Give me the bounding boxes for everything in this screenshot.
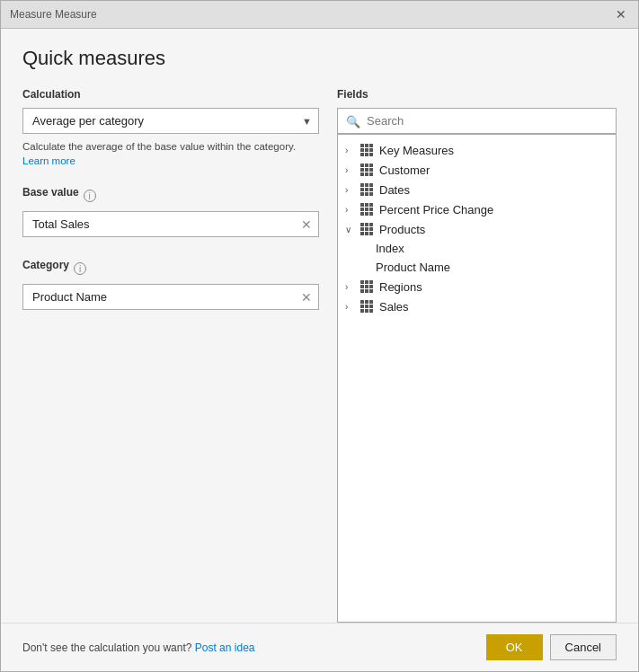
calculation-dropdown-wrapper: Average per category ▼ xyxy=(22,108,319,134)
tree-item-label: Percent Price Change xyxy=(379,203,493,217)
tree-item-percent-price-change[interactable]: › Percent Price Change xyxy=(338,199,616,219)
tree-sub-item-product-name[interactable]: Product Name xyxy=(338,258,616,277)
search-icon: 🔍 xyxy=(346,114,360,128)
table-icon xyxy=(359,202,374,217)
chevron-icon: › xyxy=(345,205,356,215)
search-box: 🔍 xyxy=(337,108,617,134)
category-info-icon[interactable]: i xyxy=(74,262,86,275)
calculation-dropdown[interactable]: Average per category xyxy=(22,108,319,134)
main-content: Calculation Average per category ▼ Calcu… xyxy=(22,88,617,623)
category-section: Category i ✕ xyxy=(22,259,319,310)
chevron-icon: › xyxy=(345,282,356,292)
base-value-label-row: Base value i xyxy=(22,186,319,206)
dialog-footer: Don't see the calculation you want? Post… xyxy=(1,623,638,671)
category-clear-button[interactable]: ✕ xyxy=(301,291,312,304)
search-input[interactable] xyxy=(337,108,617,134)
post-idea-link[interactable]: Post an idea xyxy=(195,641,255,654)
tree-item-customer[interactable]: › Customer xyxy=(338,160,616,180)
right-panel: Fields 🔍 › Key Measures xyxy=(337,88,617,623)
tree-item-regions[interactable]: › Regions xyxy=(338,277,616,296)
tree-item-label: Sales xyxy=(379,300,409,314)
footer-buttons: OK Cancel xyxy=(486,634,617,660)
base-value-section: Base value i ✕ xyxy=(22,186,319,237)
category-label-row: Category i xyxy=(22,259,319,279)
title-bar-text: Measure Measure xyxy=(10,8,97,21)
dialog-title: Quick measures xyxy=(22,47,617,70)
close-button[interactable]: ✕ xyxy=(613,6,629,22)
category-input[interactable] xyxy=(22,284,319,310)
base-value-input[interactable] xyxy=(22,211,319,237)
ok-button[interactable]: OK xyxy=(486,634,543,660)
tree-item-label: Customer xyxy=(379,164,430,177)
category-label: Category xyxy=(22,259,69,271)
table-icon xyxy=(359,182,374,197)
tree-item-key-measures[interactable]: › Key Measures xyxy=(338,140,616,160)
calculation-description: Calculate the average of the base value … xyxy=(22,139,319,168)
footer-question: Don't see the calculation you want? Post… xyxy=(22,641,254,654)
tree-item-dates[interactable]: › Dates xyxy=(338,180,616,199)
calculation-label: Calculation xyxy=(22,88,319,101)
tree-item-label: Products xyxy=(379,223,425,236)
left-panel: Calculation Average per category ▼ Calcu… xyxy=(22,88,319,623)
title-bar: Measure Measure ✕ xyxy=(1,1,638,29)
learn-more-link[interactable]: Learn more xyxy=(22,155,75,166)
tree-item-products[interactable]: ∨ Products xyxy=(338,219,616,239)
table-icon xyxy=(359,222,374,236)
base-value-clear-button[interactable]: ✕ xyxy=(301,218,312,231)
fields-label: Fields xyxy=(337,88,617,101)
tree-item-sales[interactable]: › Sales xyxy=(338,296,616,316)
tree-sub-item-index[interactable]: Index xyxy=(338,239,616,258)
table-icon xyxy=(359,163,374,177)
chevron-icon: › xyxy=(345,165,356,175)
dialog-body: Quick measures Calculation Average per c… xyxy=(1,29,638,623)
chevron-icon: › xyxy=(345,146,356,155)
cancel-button[interactable]: Cancel xyxy=(550,634,617,660)
base-value-input-wrapper: ✕ xyxy=(22,211,319,237)
search-fields-wrapper: 🔍 › Key Measures xyxy=(337,108,617,623)
tree-item-label: Dates xyxy=(379,183,410,197)
fields-tree: › Key Measures › Customer xyxy=(337,134,617,623)
sub-item-label: Index xyxy=(376,242,404,255)
base-value-label: Base value xyxy=(22,186,79,199)
quick-measures-dialog: Measure Measure ✕ Quick measures Calcula… xyxy=(0,0,639,672)
tree-item-label: Regions xyxy=(379,280,422,294)
category-input-wrapper: ✕ xyxy=(22,284,319,310)
sub-item-label: Product Name xyxy=(376,261,450,274)
chevron-icon: › xyxy=(345,302,356,312)
tree-item-label: Key Measures xyxy=(379,144,454,157)
base-value-info-icon[interactable]: i xyxy=(84,190,96,202)
table-icon xyxy=(359,279,374,294)
chevron-down-icon: ∨ xyxy=(345,225,356,234)
table-icon xyxy=(359,143,374,157)
table-icon xyxy=(359,299,374,314)
chevron-icon: › xyxy=(345,185,356,195)
